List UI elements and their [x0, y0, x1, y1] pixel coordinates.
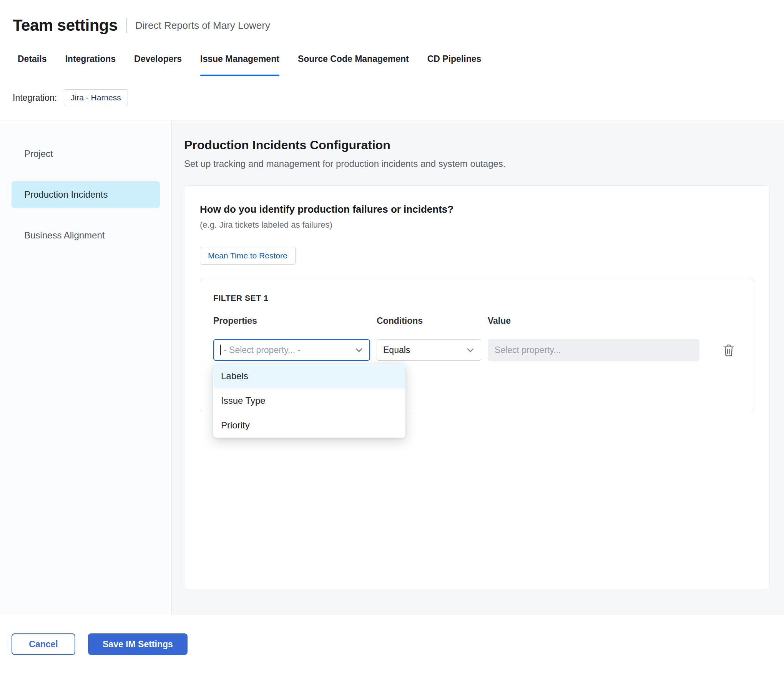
filter-set-card: FILTER SET 1 Properties - Select propert… — [200, 278, 754, 412]
dropdown-option-issue-type[interactable]: Issue Type — [213, 388, 405, 413]
question-heading: How do you identify production failures … — [200, 203, 754, 215]
properties-label: Properties — [213, 316, 370, 326]
conditions-column: Conditions Equals — [377, 316, 481, 361]
page-subtitle: Direct Reports of Mary Lowery — [135, 20, 270, 32]
condition-select[interactable]: Equals — [377, 339, 481, 361]
value-column: Value — [488, 316, 699, 361]
tab-cd-pipelines[interactable]: CD Pipelines — [427, 54, 482, 76]
title-divider — [126, 18, 127, 33]
dropdown-option-priority[interactable]: Priority — [213, 413, 405, 438]
content-area: Project Production Incidents Business Al… — [0, 120, 784, 615]
trash-icon — [722, 343, 735, 357]
page-title: Team settings — [13, 16, 118, 35]
page-header: Team settings Direct Reports of Mary Low… — [0, 0, 784, 35]
delete-filter-button[interactable] — [722, 343, 735, 357]
integration-label: Integration: — [13, 93, 57, 103]
question-hint: (e.g. Jira tickets labeled as failures) — [200, 220, 754, 230]
tab-developers[interactable]: Developers — [134, 54, 182, 76]
main-panel: Production Incidents Configuration Set u… — [172, 120, 784, 615]
footer-actions: Cancel Save IM Settings — [0, 615, 784, 673]
settings-sidebar: Project Production Incidents Business Al… — [0, 120, 172, 615]
section-heading: Production Incidents Configuration — [184, 138, 770, 152]
integration-chip[interactable]: Jira - Harness — [64, 89, 128, 106]
tab-integrations[interactable]: Integrations — [65, 54, 116, 76]
tab-bar: Details Integrations Developers Issue Ma… — [0, 54, 784, 76]
tab-source-code-management[interactable]: Source Code Management — [298, 54, 409, 76]
property-select-placeholder: - Select property... - — [224, 345, 351, 355]
conditions-label: Conditions — [377, 316, 481, 326]
sidebar-item-production-incidents[interactable]: Production Incidents — [12, 181, 160, 208]
save-button[interactable]: Save IM Settings — [88, 633, 188, 655]
cancel-button[interactable]: Cancel — [12, 633, 75, 655]
condition-select-value: Equals — [383, 345, 462, 355]
sidebar-item-project[interactable]: Project — [12, 140, 160, 167]
chevron-down-icon — [466, 346, 475, 354]
filter-row: Properties - Select property... - Labels… — [213, 316, 741, 361]
sidebar-item-business-alignment[interactable]: Business Alignment — [12, 222, 160, 249]
filter-set-title: FILTER SET 1 — [213, 293, 741, 303]
text-cursor — [220, 345, 221, 355]
value-input[interactable] — [488, 339, 699, 361]
section-description: Set up tracking and management for produ… — [184, 158, 770, 169]
dropdown-option-labels[interactable]: Labels — [213, 364, 405, 388]
property-dropdown: Labels Issue Type Priority — [213, 364, 405, 438]
team-settings-page: Team settings Direct Reports of Mary Low… — [0, 0, 784, 673]
metric-tab-mean-time-to-restore[interactable]: Mean Time to Restore — [200, 247, 296, 265]
tab-issue-management[interactable]: Issue Management — [200, 54, 279, 76]
property-select[interactable]: - Select property... - — [213, 339, 370, 361]
config-card: How do you identify production failures … — [184, 185, 770, 589]
integration-row: Integration: Jira - Harness — [0, 76, 784, 120]
value-label: Value — [488, 316, 699, 326]
properties-column: Properties - Select property... - Labels… — [213, 316, 370, 361]
tab-details[interactable]: Details — [18, 54, 47, 76]
chevron-down-icon — [355, 346, 363, 354]
